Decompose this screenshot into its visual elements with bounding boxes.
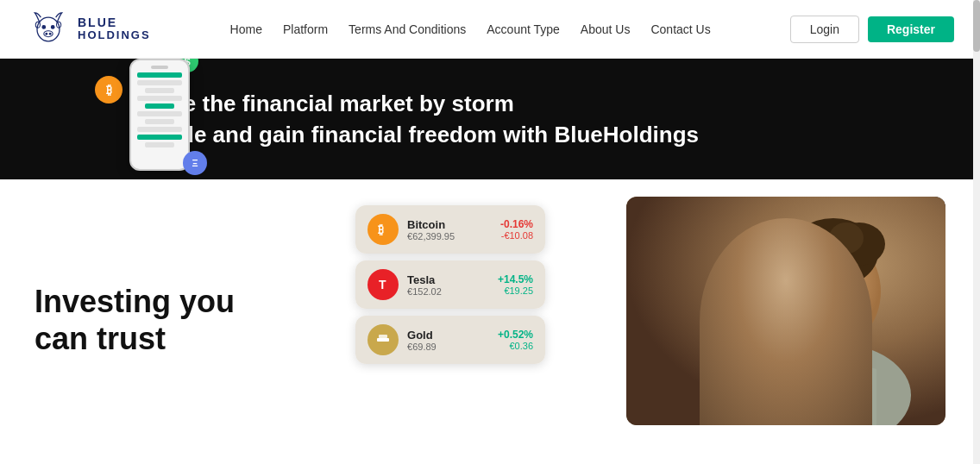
svg-point-14: [799, 313, 868, 348]
bitcoin-amt: -€10.08: [501, 230, 533, 241]
phone-line-6: [137, 111, 182, 116]
nav-item-about-us[interactable]: About Us: [581, 22, 631, 37]
trading-section: ₿ Bitcoin €62,399.95 -0.16% -€10.08 T: [355, 197, 945, 425]
tesla-change: +14.5% €19.25: [498, 273, 533, 296]
nav-link-platform[interactable]: Platform: [283, 22, 328, 36]
svg-text:₿: ₿: [378, 223, 384, 236]
nav-link-account-type[interactable]: Account Type: [487, 22, 560, 36]
gold-symbol: [374, 331, 392, 348]
svg-point-6: [49, 33, 51, 34]
nav-link-about-us[interactable]: About Us: [581, 22, 631, 36]
svg-point-5: [46, 33, 47, 34]
svg-point-2: [42, 25, 45, 28]
phone-line-2: [137, 80, 182, 85]
tesla-card: T Tesla €152.02 +14.5% €19.25: [355, 260, 545, 309]
person-silhouette: [626, 197, 945, 425]
gold-pct: +0.52%: [498, 329, 533, 341]
svg-rect-0: [26, 7, 71, 52]
phone-line-4: [137, 96, 182, 101]
phone-line-10: [145, 142, 175, 147]
tesla-symbol: T: [374, 276, 392, 293]
nav-link-terms[interactable]: Terms And Conditions: [349, 22, 466, 36]
svg-text:T: T: [379, 278, 386, 292]
svg-rect-20: [379, 335, 387, 338]
investing-text: Investing you can trust: [35, 197, 235, 357]
phone-line-8: [137, 127, 182, 132]
bitcoin-price: €62,399.95: [407, 231, 492, 241]
nav-item-home[interactable]: Home: [230, 22, 262, 37]
nav-link-contact-us[interactable]: Contact Us: [650, 22, 710, 36]
tesla-info: Tesla €152.02: [407, 273, 489, 297]
nav-item-contact-us[interactable]: Contact Us: [650, 22, 710, 37]
person-photo: [626, 197, 945, 425]
bitcoin-symbol: ₿: [374, 221, 392, 238]
phone-line-9: [137, 135, 182, 140]
bitcoin-info: Bitcoin €62,399.95: [407, 218, 492, 241]
svg-point-13: [829, 223, 864, 254]
gold-card: Gold €69.89 +0.52% €0.36: [355, 316, 545, 364]
hero-headline-1: Take the financial market by storm: [147, 88, 699, 119]
tesla-pct: +14.5%: [498, 273, 533, 285]
main-section: Investing you can trust: [0, 179, 980, 442]
svg-point-16: [708, 379, 769, 425]
phone-notch: [151, 66, 168, 69]
gold-icon: [368, 324, 399, 355]
gold-amt: €0.36: [510, 341, 534, 351]
navbar: BLUE HOLDINGS Home Platform Terms And Co…: [0, 0, 980, 59]
nav-link-home[interactable]: Home: [230, 22, 262, 36]
nav-item-account-type[interactable]: Account Type: [487, 22, 560, 37]
trading-cards: ₿ Bitcoin €62,399.95 -0.16% -€10.08 T: [355, 205, 545, 364]
nav-buttons: Login Register: [790, 16, 954, 43]
scrollbar[interactable]: [973, 0, 980, 464]
svg-point-3: [51, 25, 53, 28]
logo-holdings-text: HOLDINGS: [78, 29, 151, 41]
gold-name: Gold: [407, 329, 489, 342]
hero-phone-area: ₿ $ Ξ: [95, 59, 207, 179]
investing-heading: Investing you can trust: [35, 283, 235, 357]
bitcoin-card: ₿ Bitcoin €62,399.95 -0.16% -€10.08: [355, 205, 545, 254]
nav-links: Home Platform Terms And Conditions Accou…: [230, 22, 711, 37]
gold-price: €69.89: [407, 342, 489, 352]
phone-screen: [135, 72, 185, 147]
scrollbar-thumb[interactable]: [973, 0, 980, 52]
register-button[interactable]: Register: [868, 16, 954, 42]
tesla-price: €152.02: [407, 286, 489, 297]
nav-item-platform[interactable]: Platform: [283, 22, 328, 37]
gold-change: +0.52% €0.36: [498, 329, 533, 351]
bitcoin-change: -0.16% -€10.08: [500, 218, 533, 241]
phone-line-5: [145, 103, 175, 109]
phone-mockup: [129, 59, 190, 171]
gold-info: Gold €69.89: [407, 329, 489, 352]
bitcoin-icon: ₿: [368, 214, 399, 245]
tesla-amt: €19.25: [504, 285, 533, 296]
eth-coin-icon: Ξ: [183, 151, 207, 175]
hero-text: Take the financial market by storm Trade…: [121, 88, 699, 151]
phone-line-7: [145, 119, 175, 124]
svg-rect-19: [377, 338, 389, 342]
tesla-name: Tesla: [407, 273, 489, 286]
hero-headline-2: Trade and gain financial freedom with Bl…: [147, 119, 699, 150]
tesla-icon: T: [368, 269, 399, 300]
phone-line-1: [137, 72, 182, 78]
login-button[interactable]: Login: [790, 16, 859, 43]
logo-blue-text: BLUE: [78, 16, 151, 29]
bitcoin-coin-icon: ₿: [95, 76, 122, 103]
phone-line-3: [145, 88, 175, 93]
bull-logo-icon: [26, 7, 71, 52]
nav-item-terms[interactable]: Terms And Conditions: [349, 22, 466, 37]
hero-banner: ₿ $ Ξ Take the financial market by storm…: [0, 59, 980, 179]
bitcoin-name: Bitcoin: [407, 218, 492, 231]
bitcoin-pct: -0.16%: [500, 218, 533, 230]
logo[interactable]: BLUE HOLDINGS: [26, 7, 151, 52]
